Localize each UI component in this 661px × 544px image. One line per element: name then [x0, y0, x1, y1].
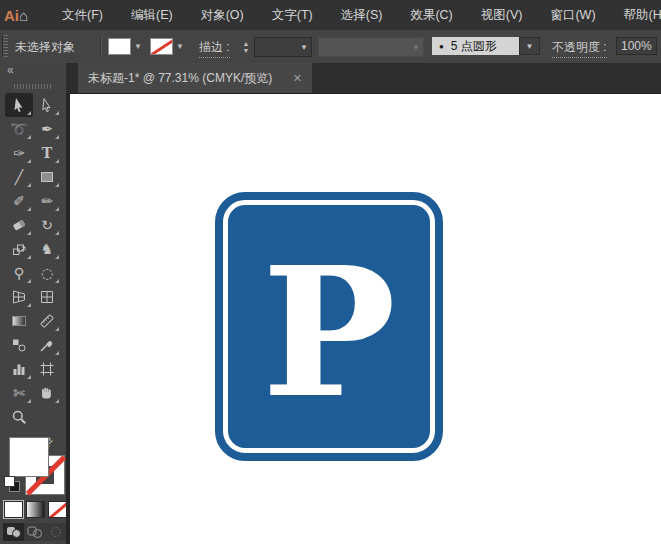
- menubar: Ai ⌂ 文件(F)编辑(E)对象(O)文字(T)选择(S)效果(C)视图(V)…: [0, 0, 661, 30]
- selection-status-text: 未选择对象: [15, 39, 75, 56]
- line-segment-tool[interactable]: ╱: [5, 165, 33, 189]
- zoom-tool[interactable]: [5, 405, 33, 429]
- live-paint-selection-tool[interactable]: ◌: [33, 261, 61, 285]
- menu-view[interactable]: 视图(V): [467, 0, 537, 30]
- stroke-panel-link[interactable]: 描边 :: [199, 39, 230, 58]
- gradient-button[interactable]: [26, 501, 45, 518]
- color-button[interactable]: [4, 501, 23, 518]
- document-tab-bar: 未标题-1* @ 77.31% (CMYK/预览) ✕: [66, 63, 661, 93]
- eraser-tool[interactable]: [5, 213, 33, 237]
- fill-color-dropdown[interactable]: ▼: [108, 38, 145, 55]
- menu-edit[interactable]: 编辑(E): [117, 0, 187, 30]
- flyout-indicator-icon: [55, 255, 59, 259]
- tools-panel-grip[interactable]: [14, 84, 52, 89]
- parking-sign-inner-panel: P: [228, 205, 430, 448]
- control-bar: 未选择对象 ▼ ▼ 描边 : ▲▼ ▼ ▼ ● 5 点圆形 ▼ 不透明度 : 1…: [0, 30, 661, 64]
- paintbrush-tool[interactable]: ✐: [5, 189, 33, 213]
- rectangle-tool[interactable]: [33, 165, 61, 189]
- flyout-indicator-icon: [55, 183, 59, 187]
- hand-tool[interactable]: [33, 381, 61, 405]
- flyout-indicator-icon: [27, 399, 31, 403]
- pen-tool[interactable]: ✒: [33, 117, 61, 141]
- stroke-weight-stepper[interactable]: ▲▼: [241, 38, 251, 55]
- flyout-indicator-icon: [27, 255, 31, 259]
- control-bar-divider: [100, 35, 102, 58]
- flyout-indicator-icon: [55, 135, 59, 139]
- fill-color-swatch[interactable]: [108, 38, 131, 55]
- perspective-grid-tool[interactable]: [5, 285, 33, 309]
- brush-preview-field[interactable]: ● 5 点圆形: [432, 37, 519, 55]
- control-bar-drag-handle[interactable]: [2, 35, 8, 57]
- draw-normal-button[interactable]: [3, 523, 24, 541]
- menu-object[interactable]: 对象(O): [187, 0, 258, 30]
- artboard-tool[interactable]: [33, 357, 61, 381]
- toolbar-tools: ➰✒✑T╱✐✏↻♞⚲◌✄: [5, 93, 61, 429]
- brush-definition-dropdown[interactable]: ● 5 点圆形 ▼: [432, 37, 540, 55]
- stroke-weight-field[interactable]: ▼: [254, 37, 312, 57]
- opacity-field[interactable]: 100%: [616, 37, 657, 55]
- chevron-down-icon[interactable]: ▼: [297, 39, 311, 56]
- menu-help[interactable]: 帮助(H): [610, 0, 661, 30]
- collapse-panel-button[interactable]: «: [7, 63, 14, 77]
- menu-select[interactable]: 选择(S): [327, 0, 397, 30]
- flyout-indicator-icon: [27, 135, 31, 139]
- stroke-color-dropdown[interactable]: ▼: [150, 38, 187, 55]
- parking-sign-letter: P: [262, 244, 396, 422]
- variable-width-profile-dropdown: ▼: [318, 37, 424, 57]
- chevron-down-icon[interactable]: ▼: [131, 38, 145, 55]
- brush-dropdown-button[interactable]: ▼: [519, 37, 540, 55]
- flyout-indicator-icon: [55, 231, 59, 235]
- flyout-indicator-icon: [27, 183, 31, 187]
- flyout-indicator-icon: [55, 351, 59, 355]
- flyout-indicator-icon: [55, 159, 59, 163]
- flyout-indicator-icon: [27, 231, 31, 235]
- artboard-canvas[interactable]: P: [66, 93, 661, 544]
- tools-panel: « ➰✒✑T╱✐✏↻♞⚲◌✄ ⇄: [0, 63, 66, 544]
- lasso-tool[interactable]: ➰: [5, 117, 33, 141]
- menu-effect[interactable]: 效果(C): [396, 0, 466, 30]
- pencil-tool[interactable]: ✏: [33, 189, 61, 213]
- flyout-indicator-icon: [27, 207, 31, 211]
- flyout-indicator-icon: [27, 303, 31, 307]
- direct-selection-tool[interactable]: [33, 93, 61, 117]
- curvature-tool[interactable]: ✑: [5, 141, 33, 165]
- parking-sign-artwork[interactable]: P: [215, 192, 443, 461]
- eyedropper-tool[interactable]: [33, 333, 61, 357]
- blend-tool[interactable]: [5, 333, 33, 357]
- flyout-indicator-icon: [27, 375, 31, 379]
- opacity-panel-link[interactable]: 不透明度 :: [552, 39, 607, 58]
- puppet-warp-tool[interactable]: ♞: [33, 237, 61, 261]
- none-button[interactable]: [48, 501, 67, 518]
- flyout-indicator-icon: [55, 111, 59, 115]
- chevron-down-icon: ▼: [409, 39, 423, 56]
- slice-tool[interactable]: ✄: [5, 381, 33, 405]
- brush-name: 5 点圆形: [451, 38, 497, 55]
- opacity-value: 100%: [621, 39, 652, 53]
- menu-list: 文件(F)编辑(E)对象(O)文字(T)选择(S)效果(C)视图(V)窗口(W)…: [48, 0, 661, 30]
- home-icon[interactable]: ⌂: [19, 7, 28, 24]
- flyout-indicator-icon: [55, 207, 59, 211]
- close-icon[interactable]: ✕: [293, 72, 302, 85]
- scale-tool[interactable]: [5, 237, 33, 261]
- document-tab[interactable]: 未标题-1* @ 77.31% (CMYK/预览) ✕: [78, 63, 312, 93]
- mesh-tool[interactable]: [33, 285, 61, 309]
- menu-window[interactable]: 窗口(W): [536, 0, 609, 30]
- draw-inside-button[interactable]: [45, 523, 66, 541]
- selection-tool[interactable]: [5, 93, 33, 117]
- gradient-tool[interactable]: [5, 309, 33, 333]
- paint-style-buttons: [4, 501, 67, 518]
- column-graph-tool[interactable]: [5, 357, 33, 381]
- type-tool[interactable]: T: [33, 141, 61, 165]
- chevron-down-icon[interactable]: ▼: [173, 38, 187, 55]
- draw-behind-button[interactable]: [24, 523, 45, 541]
- menu-file[interactable]: 文件(F): [48, 0, 117, 30]
- default-fill-stroke-icon[interactable]: [4, 476, 20, 492]
- menu-type[interactable]: 文字(T): [258, 0, 327, 30]
- flyout-indicator-icon: [27, 111, 31, 115]
- stroke-none-swatch[interactable]: [150, 38, 173, 55]
- live-paint-bucket-tool[interactable]: ⚲: [5, 261, 33, 285]
- measure-tool[interactable]: [33, 309, 61, 333]
- fill-color-box[interactable]: [9, 437, 49, 477]
- rotate-tool[interactable]: ↻: [33, 213, 61, 237]
- flyout-indicator-icon: [27, 279, 31, 283]
